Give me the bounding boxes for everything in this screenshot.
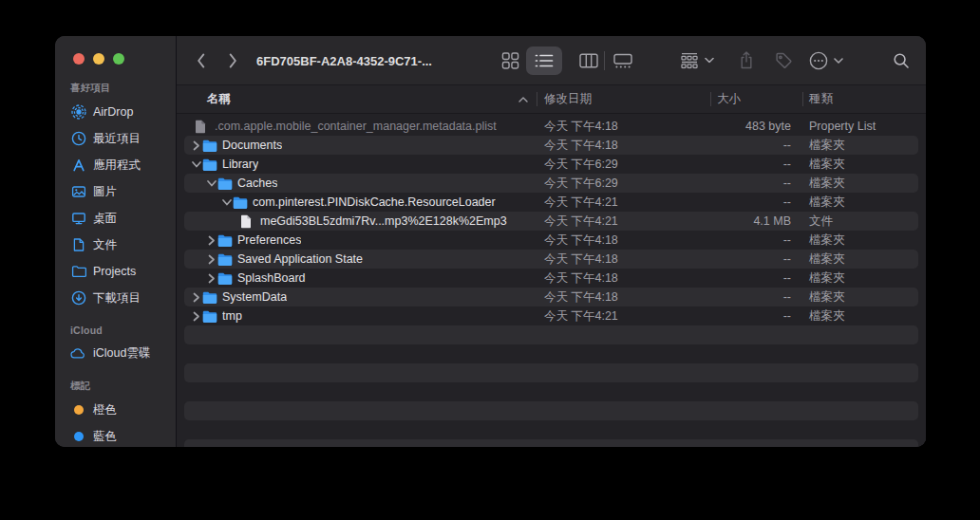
file-name: SystemData: [222, 290, 287, 304]
sidebar-item-recents[interactable]: 最近項目: [65, 125, 170, 152]
sidebar-item-projects[interactable]: Projects: [65, 258, 170, 285]
sidebar-item-label: 最近項目: [93, 131, 141, 147]
table-row[interactable]: SystemData今天 下午4:18--檔案夾: [177, 288, 926, 306]
name-cell: meGdi53BL5zdmi7Rv...mp3%2E128k%2Emp3: [177, 212, 537, 231]
close-button[interactable]: [73, 53, 85, 65]
table-row[interactable]: SplashBoard今天 下午4:18--檔案夾: [177, 269, 926, 288]
sidebar-item-label: 文件: [93, 237, 117, 253]
sidebar-item-label: 桌面: [93, 211, 117, 227]
sidebar-section: iCloudiCloud雲碟: [65, 325, 170, 366]
disclosure-expanded-icon[interactable]: [190, 159, 202, 170]
search-button[interactable]: [893, 52, 910, 69]
sidebar-item-downloads[interactable]: 下載項目: [65, 285, 170, 311]
disclosure-expanded-icon[interactable]: [220, 197, 233, 208]
minimize-button[interactable]: [93, 53, 104, 65]
disclosure-collapsed-icon[interactable]: [205, 254, 217, 265]
column-header-size[interactable]: 大小: [710, 85, 802, 113]
airdrop-icon: [70, 104, 86, 120]
kind-cell: 文件: [802, 212, 926, 231]
chevron-left-icon: [198, 54, 203, 66]
group-button[interactable]: [680, 52, 714, 68]
empty-row: [177, 344, 926, 363]
gallery-view-button[interactable]: [613, 53, 632, 68]
table-row[interactable]: Library今天 下午6:29--檔案夾: [177, 155, 926, 174]
disclosure-collapsed-icon[interactable]: [190, 140, 202, 151]
forward-button[interactable]: [228, 52, 238, 68]
name-cell: Preferences: [177, 231, 537, 250]
folder-icon: [202, 139, 217, 152]
sidebar: 喜好項目AirDrop最近項目應用程式圖片桌面文件Projects下載項目iCl…: [55, 36, 177, 447]
column-header-label: 名稱: [207, 91, 231, 107]
table-row[interactable]: Documents今天 下午4:18--檔案夾: [177, 136, 926, 155]
table-row[interactable]: Saved Application State今天 下午4:18--檔案夾: [177, 250, 926, 269]
size-cell: --: [710, 136, 802, 155]
list-view-button[interactable]: [535, 53, 554, 68]
file-name: Saved Application State: [237, 252, 363, 266]
sidebar-item-label: iCloud雲碟: [93, 345, 150, 362]
sidebar-item-icloud-drive[interactable]: iCloud雲碟: [65, 340, 170, 366]
date-modified-cell: 今天 下午4:18: [537, 117, 710, 136]
disclosure-expanded-icon[interactable]: [205, 178, 217, 189]
column-header-label: 修改日期: [544, 91, 592, 107]
sidebar-item-label: 下載項目: [93, 290, 141, 306]
sidebar-item-desktop[interactable]: 桌面: [65, 205, 170, 232]
disclosure-collapsed-icon[interactable]: [190, 292, 202, 303]
icon-view-button[interactable]: [501, 51, 519, 69]
folder-icon: [217, 177, 233, 190]
name-cell: Library: [177, 155, 537, 174]
file-icon: [240, 214, 255, 229]
date-modified-cell: 今天 下午4:18: [537, 136, 710, 155]
share-button[interactable]: [739, 51, 754, 70]
disclosure-collapsed-icon[interactable]: [205, 273, 217, 284]
size-cell: --: [710, 193, 802, 212]
table-row[interactable]: Caches今天 下午6:29--檔案夾: [177, 174, 926, 193]
sidebar-item-label: 橙色: [93, 402, 117, 418]
size-cell: 4.1 MB: [710, 212, 802, 231]
sidebar-item-label: 圖片: [93, 184, 117, 200]
sidebar-item-airdrop[interactable]: AirDrop: [65, 99, 170, 125]
download-icon: [70, 290, 86, 306]
table-row[interactable]: meGdi53BL5zdmi7Rv...mp3%2E128k%2Emp3今天 下…: [177, 212, 926, 231]
disclosure-collapsed-icon[interactable]: [205, 235, 217, 246]
back-button[interactable]: [196, 52, 206, 68]
column-header-name[interactable]: 名稱: [177, 85, 537, 113]
table-row[interactable]: com.pinterest.PINDiskCache.ResourceLoade…: [177, 193, 926, 212]
sidebar-item-applications[interactable]: 應用程式: [65, 152, 170, 178]
folder-icon: [217, 272, 233, 285]
toolbar-separator: [604, 51, 605, 70]
column-view-icon: [579, 53, 598, 68]
sidebar-item-tag-orange[interactable]: 橙色: [65, 397, 170, 423]
column-header-kind[interactable]: 種類: [802, 85, 926, 113]
folder-icon: [202, 291, 217, 304]
sidebar-item-tag-blue[interactable]: 藍色: [65, 423, 170, 447]
tag-button[interactable]: [775, 51, 793, 69]
kind-cell: 檔案夾: [802, 193, 926, 212]
file-name: meGdi53BL5zdmi7Rv...mp3%2E128k%2Emp3: [260, 214, 507, 228]
sidebar-section-title: 喜好項目: [70, 82, 170, 95]
date-modified-cell: 今天 下午4:18: [537, 231, 710, 250]
date-modified-cell: 今天 下午4:21: [537, 193, 710, 212]
desktop-icon: [70, 211, 86, 226]
sidebar-section: 標記橙色藍色: [65, 380, 170, 447]
date-modified-cell: 今天 下午4:18: [537, 250, 710, 269]
zoom-button[interactable]: [113, 53, 124, 65]
table-row[interactable]: tmp今天 下午4:21--檔案夾: [177, 306, 926, 325]
sidebar-item-label: Projects: [93, 265, 136, 278]
table-row[interactable]: .com.apple.mobile_container_manager.meta…: [177, 117, 926, 136]
column-header-date[interactable]: 修改日期: [537, 85, 710, 113]
table-row[interactable]: Preferences今天 下午4:18--檔案夾: [177, 231, 926, 250]
more-button[interactable]: [809, 51, 843, 70]
size-cell: --: [710, 174, 802, 193]
sidebar-section-title: iCloud: [70, 325, 170, 336]
sidebar-item-documents[interactable]: 文件: [65, 232, 170, 258]
file-list-rows: .com.apple.mobile_container_manager.meta…: [177, 114, 926, 447]
file-icon: [195, 120, 210, 134]
column-view-button[interactable]: [579, 53, 598, 68]
file-name: Preferences: [237, 233, 301, 247]
column-header-label: 大小: [717, 91, 741, 107]
sidebar-item-pictures[interactable]: 圖片: [65, 178, 170, 205]
disclosure-collapsed-icon[interactable]: [190, 311, 202, 322]
sort-ascending-icon: [518, 97, 528, 102]
file-name: Library: [222, 158, 258, 171]
kind-cell: 檔案夾: [802, 155, 926, 174]
